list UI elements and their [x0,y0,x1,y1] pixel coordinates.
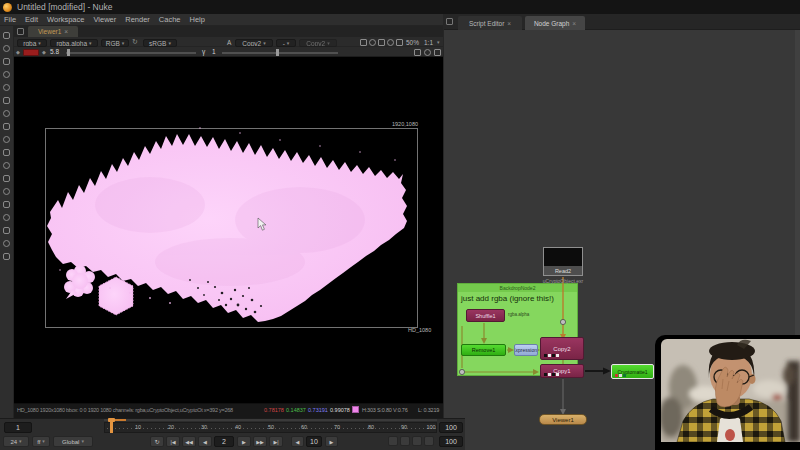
expression-node[interactable]: Expression1 [514,344,538,356]
alpha-channel-select[interactable]: rgba.alpha ▾ [50,39,98,47]
node-toolbar-icon[interactable] [3,240,10,247]
out-frame-field[interactable]: 100 [439,436,463,447]
blend-mode-select[interactable]: - ▾ [276,39,296,47]
menu-workspace[interactable]: Workspace [47,15,84,24]
frame-lock-icon[interactable] [412,436,422,446]
viewer-tool-icon[interactable] [396,39,403,46]
play-button[interactable]: ▶ [237,436,251,447]
viewer-tool-icon[interactable] [387,39,394,46]
timeline-option-icon[interactable] [424,436,434,446]
copy2-node[interactable]: Copy2 [540,337,584,360]
backdrop-node[interactable]: BackdropNode2 just add rgba (ignore this… [457,283,578,376]
pixel-ratio[interactable]: 1:1 [424,39,433,46]
refresh-icon[interactable]: ↻ [132,38,138,46]
node-toolbar-icon[interactable] [3,227,10,234]
gamma-value[interactable]: 1 [212,48,216,55]
dot-node[interactable] [459,369,464,374]
chevron-down-icon[interactable]: ▾ [437,40,440,45]
range-start-field[interactable]: 1 [4,422,32,433]
node-toolbar-icon[interactable] [3,123,10,130]
node-toolbar-icon[interactable] [3,162,10,169]
gamma-slider-thumb[interactable] [276,49,279,56]
cryptomatte-node[interactable]: Cryptomatte1 [611,364,654,379]
node-toolbar-icon[interactable] [3,253,10,260]
viewer-viewport[interactable]: 1920,1080 HD_1080 [14,57,443,403]
current-frame-field[interactable]: 2 [214,436,234,447]
loop-button[interactable]: ↻ [150,436,164,447]
go-to-start-button[interactable]: |◀ [166,436,180,447]
gain-value[interactable]: 5.8 [50,48,59,55]
menu-cache[interactable]: Cache [159,15,181,24]
tab-script-editor[interactable]: Script Editor × [458,16,522,30]
node-toolbar-icon[interactable] [3,188,10,195]
node-toolbar-icon[interactable] [3,84,10,91]
zoom-level[interactable]: 50% [406,39,419,46]
node-toolbar-icon[interactable] [3,110,10,117]
node-toolbar-icon[interactable] [3,32,10,39]
read-node[interactable]: Read2 [543,247,583,276]
tab-close-icon[interactable]: × [572,20,576,27]
shuffle-node[interactable]: Shuffle1 [466,309,505,322]
node-toolbar-icon[interactable] [3,214,10,221]
viewer-tool-icon[interactable] [414,49,421,56]
remove-node[interactable]: Remove1 [461,344,506,356]
colorspace-select[interactable]: sRGB ▾ [143,39,177,47]
menu-viewer[interactable]: Viewer [93,15,116,24]
input-b-select[interactable]: Copy2 ▾ [299,39,337,47]
gain-slider-thumb[interactable] [67,49,70,56]
gain-swatch[interactable] [23,49,39,56]
read-node-caption: uCryptoObject.exr [523,278,603,284]
pane-menu-icon[interactable] [17,28,24,35]
node-toolbar-icon[interactable] [3,97,10,104]
playhead-flag[interactable] [108,418,115,422]
menu-edit[interactable]: Edit [25,15,38,24]
display-mode-select[interactable]: RGB ▾ [101,39,129,47]
decrement-button[interactable]: ◀ [291,436,304,447]
gain-diamond-icon[interactable]: ◆ [42,49,46,55]
frame-increment-field[interactable]: 10 [306,436,322,447]
tab-viewer1[interactable]: Viewer1 × [28,26,78,37]
menu-file[interactable]: File [4,15,16,24]
menu-render[interactable]: Render [125,15,150,24]
fps-select[interactable]: 24 ▾ [3,436,29,447]
range-end-field[interactable]: 100 [439,422,463,433]
node-toolbar-icon[interactable] [3,71,10,78]
ff-select[interactable]: ff ▾ [32,436,50,447]
viewer-tool-icon[interactable] [424,49,431,56]
timeline-option-icon[interactable] [400,436,410,446]
node-toolbar-icon[interactable] [3,201,10,208]
menu-help[interactable]: Help [190,15,205,24]
node-toolbar-icon[interactable] [3,175,10,182]
chevron-down-icon: ▾ [122,41,125,46]
node-toolbar-icon[interactable] [3,58,10,65]
gain-diamond-icon[interactable]: ◆ [16,49,20,55]
copy1-node[interactable]: Copy1 [540,364,584,378]
tab-node-graph[interactable]: Node Graph × [525,16,585,30]
dot-node[interactable] [560,319,565,324]
pane-menu-icon[interactable] [446,18,453,25]
input-a-label: A [227,39,231,46]
step-back-button[interactable]: ◀ [198,436,212,447]
viewer-tool-icon[interactable] [369,39,376,46]
tab-close-icon[interactable]: × [507,20,511,27]
viewer-tool-icon[interactable] [434,49,441,56]
gain-slider[interactable] [66,52,196,54]
node-toolbar-icon[interactable] [3,149,10,156]
increment-button[interactable]: ▶ [325,436,338,447]
input-a-select[interactable]: Copy2 ▾ [235,39,273,47]
play-backward-fast-button[interactable]: ◀◀ [182,436,196,447]
timeline-option-icon[interactable] [388,436,398,446]
viewer-tool-icon[interactable] [378,39,385,46]
tab-script-editor-label: Script Editor [469,20,504,27]
range-mode-select[interactable]: Global ▾ [53,436,93,447]
node-toolbar-icon[interactable] [3,136,10,143]
viewer1-node[interactable]: Viewer1 [539,414,587,425]
gamma-slider[interactable] [222,52,338,54]
play-forward-fast-button[interactable]: ▶▶ [253,436,267,447]
node-toolbar-icon[interactable] [3,45,10,52]
tab-close-icon[interactable]: × [64,28,68,35]
channel-layer-select[interactable]: rgba ▾ [17,39,47,47]
go-to-end-button[interactable]: ▶| [269,436,283,447]
pane-divider[interactable] [443,14,444,418]
viewer-tool-icon[interactable] [360,39,367,46]
